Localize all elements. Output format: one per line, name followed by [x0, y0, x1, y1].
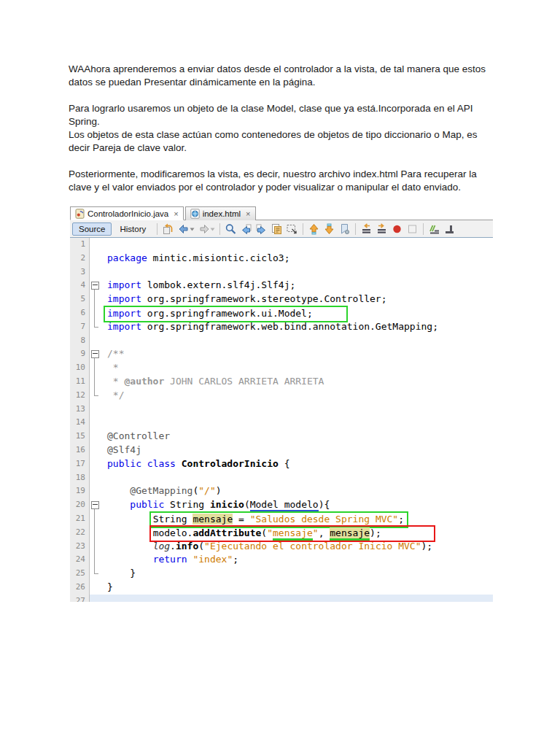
fold-toggle-icon[interactable]	[91, 350, 99, 358]
last-edit-icon[interactable]	[160, 222, 176, 236]
source-button[interactable]: Source	[72, 222, 112, 236]
code-token: Model modelo	[250, 499, 319, 510]
fold-margin	[90, 389, 100, 403]
code-token: String	[153, 514, 193, 525]
code-token: */	[107, 390, 124, 400]
find-prev-icon[interactable]	[238, 222, 254, 236]
fold-margin	[90, 347, 100, 361]
tab-index-html[interactable]: index.html×	[185, 206, 256, 220]
tab-controladorinicio-java[interactable]: ControladorInicio.java×	[70, 206, 184, 220]
code-line: 27	[70, 595, 493, 602]
code-text: import org.springframework.stereotype.Co…	[100, 293, 493, 306]
fold-margin	[90, 361, 100, 375]
shift-right-icon[interactable]	[374, 222, 389, 236]
code-token	[107, 554, 153, 565]
tab-close-icon[interactable]: ×	[246, 209, 250, 218]
code-line: 6import org.springframework.ui.Model;	[70, 306, 493, 320]
tab-close-icon[interactable]: ×	[174, 209, 178, 218]
code-token: *	[107, 362, 119, 373]
code-line: 5import org.springframework.stereotype.C…	[70, 293, 493, 306]
code-text: String mensaje = "Saludos desde Spring M…	[100, 512, 493, 526]
code-token: =	[233, 514, 249, 525]
code-token	[107, 499, 130, 510]
code-token: import	[107, 321, 141, 332]
code-line: 3	[70, 266, 493, 279]
code-editor[interactable]: 12package mintic.misiontic.ciclo3;34impo…	[70, 238, 493, 602]
fold-margin	[90, 416, 100, 430]
code-token: org.springframework.ui.Model;	[141, 308, 313, 319]
fold-margin	[90, 375, 100, 389]
code-token: return	[153, 554, 187, 565]
code-text: * @author JOHN CARLOS ARRIETA ARRIETA	[100, 375, 493, 389]
fold-toggle-icon[interactable]	[91, 501, 99, 509]
code-text	[100, 334, 493, 348]
code-token: org.springframework.web.bind.annotation.…	[141, 321, 438, 332]
code-token: info	[176, 541, 198, 551]
fold-margin	[90, 484, 100, 498]
code-text: public String inicio(Model modelo){	[100, 498, 493, 512]
code-token: (	[198, 541, 204, 551]
comment-icon[interactable]	[427, 222, 442, 236]
code-line: 2package mintic.misiontic.ciclo3;	[70, 252, 493, 266]
paragraph: Posteriormente, modificaremos la vista, …	[69, 168, 494, 194]
find-next-icon[interactable]	[254, 222, 269, 236]
code-token: @GetMapping	[130, 485, 192, 496]
code-text	[100, 471, 493, 485]
paragraph: Para lograrlo usaremos un objeto de la c…	[69, 102, 494, 155]
code-text: }	[100, 581, 493, 595]
code-text	[100, 266, 493, 279]
code-token: ,	[319, 527, 330, 538]
paragraph-line: WAAhora aprenderemos a enviar datos desd…	[69, 63, 494, 89]
line-number: 10	[70, 361, 90, 375]
toggle-bookmark-icon[interactable]	[337, 222, 352, 236]
code-line: 8	[70, 334, 493, 348]
code-token: mensaje	[192, 514, 233, 525]
line-number: 14	[70, 416, 90, 430]
line-number: 25	[70, 567, 90, 581]
shift-left-icon[interactable]	[359, 222, 374, 236]
forward-icon[interactable]	[196, 222, 217, 236]
record-macro-icon[interactable]	[389, 222, 405, 236]
history-button[interactable]: History	[113, 222, 152, 236]
toolbar-separator	[423, 223, 424, 235]
code-line: 25 }	[70, 567, 493, 581]
code-token: addAttribute	[192, 527, 261, 538]
code-line: 7import org.springframework.web.bind.ann…	[70, 320, 493, 334]
fold-margin	[90, 444, 100, 457]
code-text: log.info("Ejecutando el controlador Inic…	[100, 540, 493, 554]
code-token: mintic.misiontic.ciclo3;	[147, 252, 290, 263]
paragraph-line: Los objetos de esta clase actúan como co…	[69, 128, 494, 155]
line-number: 2	[70, 252, 90, 266]
code-token: modelo.	[153, 527, 193, 538]
find-selection-icon[interactable]	[269, 222, 284, 236]
code-token: @Controller	[107, 430, 170, 441]
code-text: public class ControladorInicio {	[100, 457, 493, 471]
code-line: 1	[70, 238, 493, 252]
java-file-icon	[75, 209, 85, 219]
code-text: return "index";	[100, 553, 493, 567]
prev-bookmark-icon[interactable]	[306, 222, 322, 236]
next-bookmark-icon[interactable]	[322, 222, 337, 236]
line-number: 7	[70, 320, 90, 334]
line-number: 24	[70, 553, 90, 567]
uncomment-icon[interactable]	[442, 222, 457, 236]
fold-toggle-icon[interactable]	[91, 282, 99, 290]
code-line: 15@Controller	[70, 430, 493, 444]
code-text: /**	[100, 347, 493, 361]
fold-margin	[90, 540, 100, 554]
back-icon[interactable]	[176, 222, 196, 236]
code-text: import org.springframework.ui.Model;	[100, 306, 493, 320]
fold-margin	[90, 581, 100, 595]
rect-select-icon[interactable]	[284, 222, 300, 236]
fold-margin	[90, 471, 100, 485]
fold-margin	[90, 334, 100, 348]
fold-margin	[90, 403, 100, 417]
stop-macro-icon[interactable]	[405, 222, 420, 236]
fold-margin	[90, 430, 100, 444]
find-icon[interactable]	[223, 222, 238, 236]
code-line: 23 log.info("Ejecutando el controlador I…	[70, 540, 493, 554]
code-token	[107, 513, 153, 524]
paragraph-line: Para lograrlo usaremos un objeto de la c…	[69, 102, 494, 128]
code-line: 14	[70, 416, 493, 430]
line-number: 22	[70, 526, 90, 540]
